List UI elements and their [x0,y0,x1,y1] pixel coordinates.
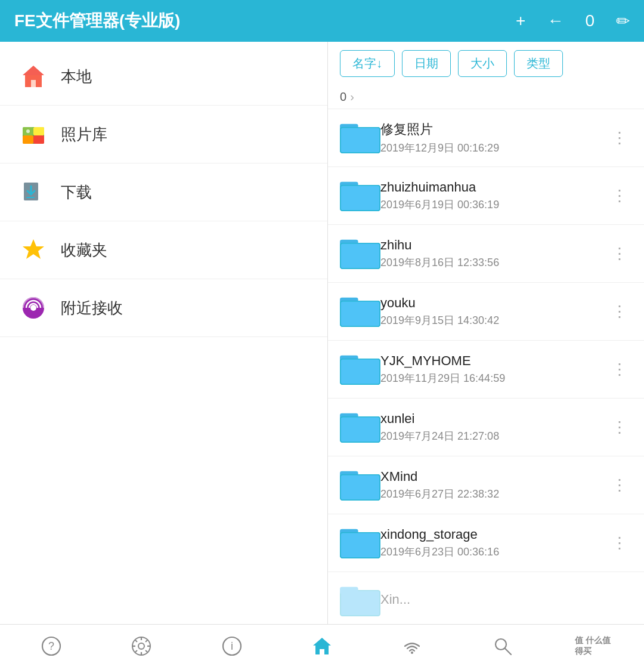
home-button[interactable] [304,628,340,664]
svg-point-13 [30,305,36,311]
svg-rect-29 [341,244,379,268]
file-item-1[interactable]: zhuizhuimanhua2019年6月19日 00:36:19⋮ [328,167,644,225]
settings-button[interactable] [123,628,159,664]
folder-icon [340,120,380,156]
sidebar-item-favorites[interactable]: 收藏夹 [0,221,327,279]
svg-line-63 [145,640,148,642]
folder-icon [340,409,380,445]
bottom-bar: ? i [0,624,644,667]
file-info: xunlei2019年7月24日 21:27:08 [380,411,607,443]
file-name: zhuizhuimanhua [380,180,607,195]
file-more-button[interactable]: ⋮ [607,298,632,326]
file-name: 修复照片 [380,121,607,138]
file-list: 修复照片2019年12月9日 00:16:29⋮ zhuizhuimanhua2… [328,109,644,624]
svg-line-62 [145,650,148,653]
svg-rect-52 [341,591,379,616]
wifi-button[interactable] [394,628,430,664]
file-more-button[interactable]: ⋮ [607,356,632,384]
app-title: FE文件管理器(专业版) [14,10,516,32]
sort-by-size[interactable]: 大小 [458,50,507,77]
main-container: 本地 照片库 [0,42,644,624]
header-actions: + ← 0 ✏ [516,11,630,31]
nearby-icon [18,292,49,323]
svg-line-61 [135,640,138,642]
folder-icon [340,351,380,387]
file-item-4[interactable]: YJK_MYHOME2019年11月29日 16:44:59⋮ [328,341,644,399]
local-label: 本地 [61,66,92,87]
file-date: 2019年9月15日 14:30:42 [380,313,607,328]
file-date: 2019年6月23日 00:36:16 [380,545,607,559]
sidebar-item-photos[interactable]: 照片库 [0,106,327,163]
file-more-button[interactable]: ⋮ [607,471,632,499]
sidebar-item-local[interactable]: 本地 [0,48,327,106]
download-icon [18,177,49,208]
add-button[interactable]: + [516,11,525,30]
svg-rect-33 [341,302,379,326]
svg-marker-11 [23,239,44,259]
sidebar: 本地 照片库 [0,42,328,624]
edit-button[interactable]: ✏ [616,11,630,31]
folder-icon [340,294,380,329]
svg-text:i: i [231,640,233,652]
svg-rect-25 [341,186,379,211]
info-button[interactable]: i [214,628,250,664]
file-item-2[interactable]: zhihu2019年8月16日 12:33:56⋮ [328,225,644,283]
folder-icon [340,525,380,561]
search-button[interactable] [485,628,521,664]
back-button[interactable]: ← [547,11,564,30]
file-date: 2019年11月29日 16:44:59 [380,371,607,385]
photos-label: 照片库 [61,124,107,145]
zhihu-label: 值 什么值得买 [575,635,611,657]
favorites-label: 收藏夹 [61,240,107,261]
folder-icon [340,236,380,271]
file-item-7[interactable]: xindong_storage2019年6月23日 00:36:16⋮ [328,514,644,572]
svg-rect-49 [341,533,379,558]
file-item-0[interactable]: 修复照片2019年12月9日 00:16:29⋮ [328,109,644,167]
file-item-partial[interactable]: Xin... [328,572,644,624]
file-item-6[interactable]: XMind2019年6月27日 22:38:32⋮ [328,456,644,514]
star-icon [18,234,49,265]
sort-by-date[interactable]: 日期 [402,50,451,77]
sort-by-name[interactable]: 名字↓ [340,50,395,77]
svg-rect-4 [33,127,44,135]
photos-icon [18,119,49,150]
sidebar-item-downloads[interactable]: 下载 [0,163,327,221]
svg-rect-41 [341,418,379,442]
folder-icon [340,467,380,503]
file-info: zhuizhuimanhua2019年6月19日 00:36:19 [380,180,607,212]
chevron-right-icon: › [350,90,354,104]
svg-point-56 [138,643,144,649]
file-info: YJK_MYHOME2019年11月29日 16:44:59 [380,353,607,385]
file-name: YJK_MYHOME [380,353,607,369]
file-date: 2019年12月9日 00:16:29 [380,141,607,155]
file-name: xunlei [380,411,607,427]
header: FE文件管理器(专业版) + ← 0 ✏ [0,0,644,42]
file-name-partial: Xin... [380,592,632,607]
file-more-button[interactable]: ⋮ [607,182,632,210]
svg-rect-45 [341,475,379,500]
nearby-label: 附近接收 [61,298,123,319]
file-more-button[interactable]: ⋮ [607,529,632,557]
file-item-5[interactable]: xunlei2019年7月24日 21:27:08⋮ [328,399,644,456]
zhihu-button[interactable]: 值 什么值得买 [575,628,611,664]
folder-icon [340,583,380,619]
svg-text:?: ? [48,640,54,652]
svg-line-64 [135,650,138,653]
file-info-partial: Xin... [380,592,632,610]
svg-line-70 [505,649,511,654]
breadcrumb-root: 0 [340,90,346,104]
svg-rect-37 [341,360,379,384]
file-info: 修复照片2019年12月9日 00:16:29 [380,121,607,155]
file-date: 2019年6月19日 00:36:19 [380,197,607,212]
svg-rect-5 [23,135,33,144]
file-more-button[interactable]: ⋮ [607,124,632,152]
sort-by-type[interactable]: 类型 [514,50,563,77]
home-icon [18,61,49,92]
file-more-button[interactable]: ⋮ [607,413,632,441]
sidebar-item-nearby[interactable]: 附近接收 [0,279,327,337]
file-item-3[interactable]: youku2019年9月15日 14:30:42⋮ [328,283,644,341]
svg-marker-67 [313,638,331,654]
help-button[interactable]: ? [33,628,69,664]
file-more-button[interactable]: ⋮ [607,240,632,268]
file-name: xindong_storage [380,527,607,542]
